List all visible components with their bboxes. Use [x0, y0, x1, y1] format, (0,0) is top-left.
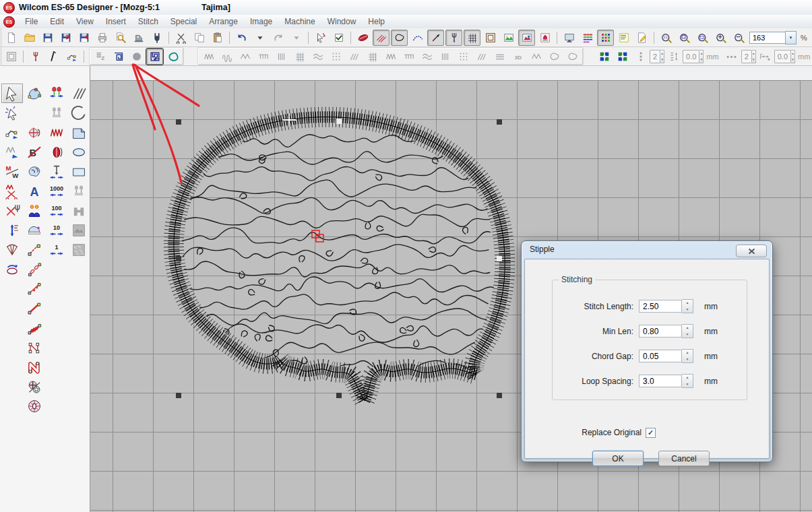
replace-original-checkbox[interactable]: ✓ [646, 428, 656, 438]
menu-item-image[interactable]: Image [244, 15, 278, 28]
satin-stitch-icon[interactable] [200, 49, 217, 65]
hoop-layout-icon[interactable] [3, 49, 20, 65]
paste-icon[interactable] [209, 30, 226, 46]
travel-1-tool[interactable]: 1 [46, 240, 67, 259]
cut-zigzag-tool[interactable] [1, 181, 23, 201]
manual-zigzag-tool[interactable] [1, 142, 23, 162]
e-stitch-icon[interactable] [218, 49, 235, 65]
show-background-icon[interactable] [536, 30, 553, 46]
menu-item-insert[interactable]: Insert [100, 15, 132, 28]
3d-fill-icon[interactable]: 3D [509, 49, 526, 65]
menu-item-machine[interactable]: Machine [278, 15, 321, 28]
dot-fill-icon[interactable] [455, 49, 472, 65]
align-corners-alt-icon[interactable] [614, 49, 631, 65]
field-input[interactable] [639, 300, 682, 313]
fill-shape-tool[interactable] [24, 162, 45, 181]
zoom-in-icon[interactable] [712, 30, 729, 46]
spiral-fill-icon[interactable] [382, 49, 399, 65]
show-directions-icon[interactable] [427, 30, 444, 46]
chain-stitch-tool[interactable] [24, 259, 45, 279]
reshape-tool[interactable] [24, 84, 45, 103]
design-playback-icon[interactable] [615, 30, 632, 46]
stipple-run-icon[interactable] [327, 49, 344, 65]
menu-item-window[interactable]: Window [321, 15, 363, 28]
arc-tool[interactable] [68, 103, 90, 123]
zigzag-column-tool[interactable] [46, 123, 67, 142]
line-run-tool[interactable] [24, 298, 45, 318]
field-spinner[interactable]: ▲▼ [682, 324, 693, 338]
manual-circle-icon[interactable] [128, 49, 145, 65]
run-line-tool[interactable] [24, 240, 45, 259]
spacing-field[interactable]: 0.0 [774, 50, 791, 63]
show-hoop-icon[interactable] [482, 30, 499, 46]
fur-fill-icon[interactable] [528, 49, 544, 65]
pull-comp-field[interactable]: 0.0 [683, 50, 699, 63]
menu-item-stitch[interactable]: Stitch [132, 15, 164, 28]
field-spinner[interactable]: ▲▼ [682, 349, 693, 363]
zoom-factor-input[interactable] [749, 32, 785, 44]
menu-item-help[interactable]: Help [362, 15, 391, 28]
menu-item-edit[interactable]: Edit [44, 15, 70, 28]
cut-icon[interactable] [173, 30, 189, 46]
bean-stitch-tool[interactable] [46, 142, 67, 162]
needle-spacing-tool[interactable] [46, 162, 67, 181]
menu-item-file[interactable]: File [19, 15, 44, 28]
team-names-tool[interactable] [24, 201, 45, 220]
show-stitches-icon[interactable] [354, 30, 371, 46]
reshape-node-icon[interactable] [63, 49, 80, 65]
pattern-stamp-icon[interactable]: Z [92, 49, 108, 65]
ok-button[interactable]: OK [592, 451, 644, 466]
new-design-icon[interactable] [3, 30, 20, 46]
menu-item-view[interactable]: View [70, 15, 100, 28]
menu-item-arrange[interactable]: Arrange [203, 15, 244, 28]
mirror-merge-tool[interactable] [24, 377, 45, 396]
select-tool[interactable] [1, 84, 23, 103]
wave-fill-icon[interactable] [418, 49, 435, 65]
redo-icon[interactable] [270, 30, 286, 46]
no-lettering-tool[interactable]: B [24, 142, 45, 162]
wreath-tool[interactable] [24, 396, 45, 416]
show-outlines-icon[interactable] [373, 30, 389, 46]
flower-spacing-tool[interactable] [46, 84, 67, 103]
send-to-machine-icon[interactable] [130, 30, 147, 46]
spacing-spinner[interactable]: ▲▼ [791, 50, 795, 63]
lattice-fill-icon[interactable] [291, 49, 308, 65]
texture-tool[interactable] [68, 240, 90, 259]
undo-icon[interactable] [233, 30, 250, 46]
print-preview-icon[interactable] [112, 30, 129, 46]
slant-fill-icon[interactable] [346, 49, 363, 65]
stitch-insert-icon[interactable] [45, 49, 62, 65]
column-shape-tool[interactable] [24, 357, 45, 377]
dome-shape-tool[interactable] [24, 103, 45, 123]
design-properties-icon[interactable] [633, 30, 650, 46]
stipple-fill-icon[interactable] [146, 49, 163, 65]
contour-fill-icon[interactable] [309, 49, 326, 65]
travel-100-tool[interactable]: 100 [46, 201, 67, 220]
slant2-fill-icon[interactable] [473, 49, 490, 65]
zoom-1to1-icon[interactable]: 1:1 [658, 30, 675, 46]
flower-gray-tool[interactable] [46, 103, 67, 123]
copy-icon[interactable] [191, 30, 208, 46]
thread-colors-icon[interactable] [579, 30, 596, 46]
cut-stitches-tool[interactable] [1, 201, 23, 220]
complex-fill-tool[interactable] [68, 123, 90, 142]
field-spinner[interactable]: ▲▼ [682, 299, 693, 313]
measure-tool[interactable] [1, 220, 23, 240]
closest-join-tool[interactable] [24, 123, 45, 142]
orientation-tool[interactable] [1, 259, 23, 279]
show-connectors-icon[interactable] [409, 30, 426, 46]
flower-gray2-tool[interactable] [68, 181, 90, 201]
motif-fill-icon[interactable] [255, 49, 272, 65]
penetration-lines-tool[interactable] [68, 84, 90, 103]
field-input[interactable] [639, 375, 682, 387]
pull-comp-spinner[interactable]: ▲▼ [699, 50, 704, 63]
open-curve-tool[interactable] [24, 338, 45, 357]
align-corners-icon[interactable] [596, 49, 613, 65]
color-palette-icon[interactable] [597, 30, 614, 46]
bar-fill-icon[interactable] [437, 49, 454, 65]
options-icon[interactable] [330, 30, 347, 46]
save-design-icon[interactable] [39, 30, 56, 46]
field-input[interactable] [639, 325, 682, 338]
document-logo-icon[interactable]: ES [3, 16, 15, 28]
fan-stitch-tool[interactable] [1, 240, 23, 259]
